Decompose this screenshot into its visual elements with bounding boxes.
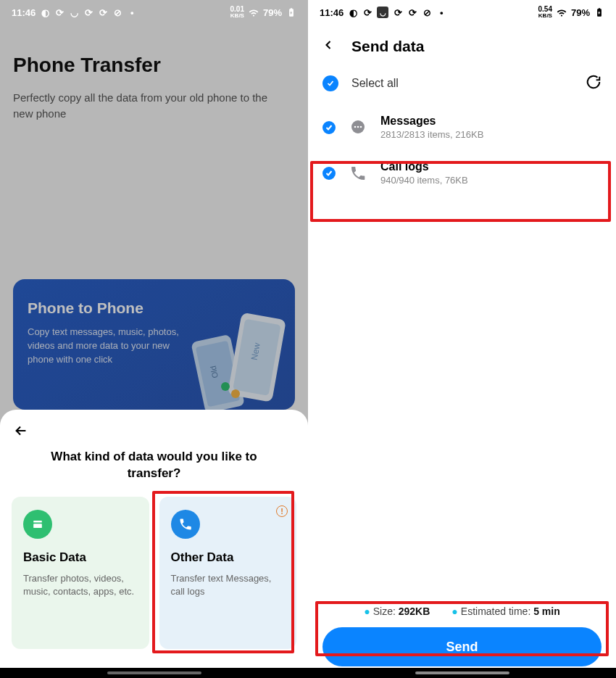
checkbox-icon[interactable] [322, 75, 338, 91]
basic-data-icon [23, 510, 52, 539]
select-all-row[interactable]: Select all [308, 67, 616, 104]
battery-percent: 79% [263, 7, 282, 18]
phones-illustration: Old New [169, 308, 292, 410]
status-time: 11:46 [320, 7, 344, 18]
status-icon: ◡ [377, 7, 388, 18]
footer: ●Size: 292KB ●Estimated time: 5 min Send [308, 605, 616, 666]
status-icon: ⟳ [83, 7, 93, 17]
back-button[interactable] [13, 423, 29, 442]
status-icon: ⟳ [393, 7, 403, 17]
battery-icon [286, 7, 296, 17]
messages-icon [349, 118, 367, 137]
page-header: Send data [308, 25, 616, 67]
wifi-icon [249, 7, 259, 17]
status-icon: ⊘ [422, 7, 432, 17]
highlight-box [315, 601, 609, 656]
page-title: Phone Transfer [13, 54, 295, 77]
page-subtitle: Perfectly copy all the data from your ol… [13, 90, 288, 122]
checkbox-icon[interactable] [322, 121, 336, 134]
net-speed: 0.01KB/S [230, 6, 244, 19]
highlight-box [310, 161, 611, 222]
nav-bar [0, 668, 308, 678]
svg-rect-8 [33, 521, 42, 523]
screen-title: Send data [351, 38, 424, 55]
right-screen: 11:46 ◐ ⟳ ◡ ⟳ ⟳ ⊘ • 0.54KB/S 79% [308, 0, 616, 678]
item-name: Messages [380, 115, 483, 128]
status-icon: ⟳ [54, 7, 64, 17]
status-icon: ⟳ [362, 7, 372, 17]
svg-point-13 [360, 125, 362, 128]
status-bar: 11:46 ◐ ⟳ ◡ ⟳ ⟳ ⊘ • 0.01KB/S 79% [0, 0, 308, 25]
basic-data-card[interactable]: Basic Data Transfer photos, videos, musi… [12, 497, 149, 649]
promo-card[interactable]: Phone to Phone Copy text messages, music… [13, 279, 295, 410]
back-button[interactable] [321, 38, 336, 55]
status-icon: ⟳ [98, 7, 108, 17]
status-icon: ⊘ [112, 7, 122, 17]
nav-bar [308, 668, 616, 678]
svg-point-7 [231, 389, 240, 398]
status-time: 11:46 [12, 7, 36, 18]
status-icon: ◐ [40, 7, 50, 17]
status-icon: • [436, 7, 446, 17]
promo-text: Copy text messages, music, photos, video… [28, 326, 180, 367]
item-meta: 2813/2813 items, 216KB [380, 129, 483, 140]
refresh-button[interactable] [586, 74, 602, 93]
status-icon: • [127, 7, 137, 17]
left-screen: Phone Transfer Perfectly copy all the da… [0, 0, 308, 678]
status-icon: ◡ [69, 7, 79, 17]
status-icon: ◐ [348, 7, 358, 17]
net-speed: 0.54KB/S [538, 6, 552, 19]
basic-data-title: Basic Data [23, 550, 138, 565]
basic-data-desc: Transfer photos, videos, music, contacts… [23, 572, 138, 598]
svg-point-12 [357, 125, 359, 128]
battery-percent: 79% [571, 7, 590, 18]
sheet-title: What kind of data would you like to tran… [46, 449, 263, 482]
highlight-box [152, 491, 294, 653]
status-bar: 11:46 ◐ ⟳ ◡ ⟳ ⟳ ⊘ • 0.54KB/S 79% [308, 0, 616, 25]
svg-point-6 [221, 382, 230, 391]
select-all-label: Select all [351, 77, 573, 90]
wifi-icon [557, 7, 567, 17]
list-item-messages[interactable]: Messages 2813/2813 items, 216KB [308, 104, 616, 150]
svg-rect-9 [33, 524, 42, 528]
battery-icon [594, 7, 604, 17]
svg-point-11 [354, 125, 357, 128]
bottom-sheet: What kind of data would you like to tran… [0, 410, 308, 668]
status-icon: ⟳ [407, 7, 417, 17]
